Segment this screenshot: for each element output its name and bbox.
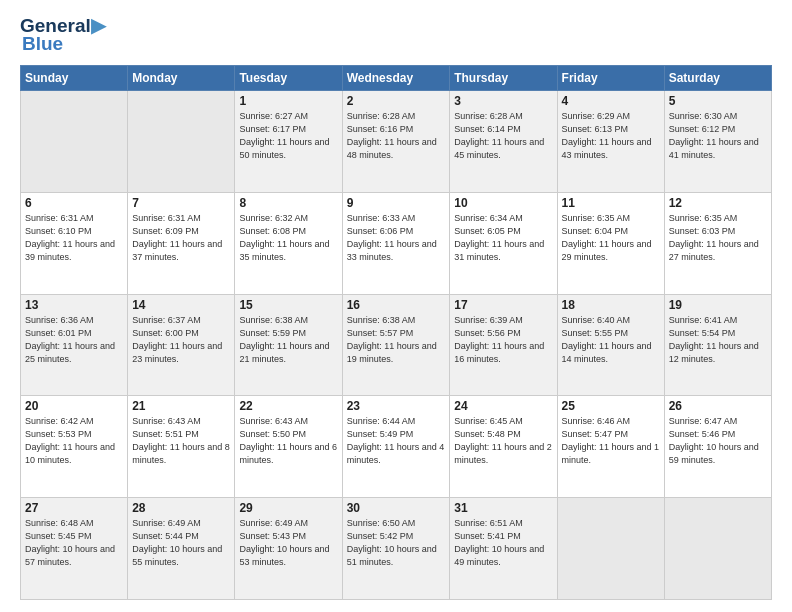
day-detail: Sunrise: 6:28 AM Sunset: 6:16 PM Dayligh…: [347, 110, 446, 162]
day-detail: Sunrise: 6:32 AM Sunset: 6:08 PM Dayligh…: [239, 212, 337, 264]
calendar-cell: [128, 90, 235, 192]
day-detail: Sunrise: 6:49 AM Sunset: 5:44 PM Dayligh…: [132, 517, 230, 569]
calendar-cell: 29Sunrise: 6:49 AM Sunset: 5:43 PM Dayli…: [235, 498, 342, 600]
day-detail: Sunrise: 6:30 AM Sunset: 6:12 PM Dayligh…: [669, 110, 767, 162]
day-number: 17: [454, 298, 552, 312]
day-number: 28: [132, 501, 230, 515]
calendar-cell: 3Sunrise: 6:28 AM Sunset: 6:14 PM Daylig…: [450, 90, 557, 192]
calendar-cell: 25Sunrise: 6:46 AM Sunset: 5:47 PM Dayli…: [557, 396, 664, 498]
day-number: 15: [239, 298, 337, 312]
day-number: 30: [347, 501, 446, 515]
day-number: 21: [132, 399, 230, 413]
day-detail: Sunrise: 6:38 AM Sunset: 5:57 PM Dayligh…: [347, 314, 446, 366]
day-detail: Sunrise: 6:31 AM Sunset: 6:09 PM Dayligh…: [132, 212, 230, 264]
day-number: 23: [347, 399, 446, 413]
calendar-week-row: 20Sunrise: 6:42 AM Sunset: 5:53 PM Dayli…: [21, 396, 772, 498]
day-number: 4: [562, 94, 660, 108]
day-number: 5: [669, 94, 767, 108]
calendar-cell: 20Sunrise: 6:42 AM Sunset: 5:53 PM Dayli…: [21, 396, 128, 498]
calendar-cell: 7Sunrise: 6:31 AM Sunset: 6:09 PM Daylig…: [128, 192, 235, 294]
calendar-cell: 5Sunrise: 6:30 AM Sunset: 6:12 PM Daylig…: [664, 90, 771, 192]
day-detail: Sunrise: 6:39 AM Sunset: 5:56 PM Dayligh…: [454, 314, 552, 366]
calendar-cell: 30Sunrise: 6:50 AM Sunset: 5:42 PM Dayli…: [342, 498, 450, 600]
calendar-table: SundayMondayTuesdayWednesdayThursdayFrid…: [20, 65, 772, 600]
weekday-header-friday: Friday: [557, 65, 664, 90]
day-detail: Sunrise: 6:36 AM Sunset: 6:01 PM Dayligh…: [25, 314, 123, 366]
day-number: 27: [25, 501, 123, 515]
calendar-cell: 15Sunrise: 6:38 AM Sunset: 5:59 PM Dayli…: [235, 294, 342, 396]
day-number: 1: [239, 94, 337, 108]
day-number: 7: [132, 196, 230, 210]
weekday-header-wednesday: Wednesday: [342, 65, 450, 90]
day-detail: Sunrise: 6:44 AM Sunset: 5:49 PM Dayligh…: [347, 415, 446, 467]
day-detail: Sunrise: 6:29 AM Sunset: 6:13 PM Dayligh…: [562, 110, 660, 162]
calendar-week-row: 1Sunrise: 6:27 AM Sunset: 6:17 PM Daylig…: [21, 90, 772, 192]
calendar-cell: 22Sunrise: 6:43 AM Sunset: 5:50 PM Dayli…: [235, 396, 342, 498]
calendar-cell: [664, 498, 771, 600]
calendar-week-row: 13Sunrise: 6:36 AM Sunset: 6:01 PM Dayli…: [21, 294, 772, 396]
weekday-header-monday: Monday: [128, 65, 235, 90]
weekday-header-sunday: Sunday: [21, 65, 128, 90]
calendar-cell: 17Sunrise: 6:39 AM Sunset: 5:56 PM Dayli…: [450, 294, 557, 396]
day-detail: Sunrise: 6:47 AM Sunset: 5:46 PM Dayligh…: [669, 415, 767, 467]
calendar-week-row: 6Sunrise: 6:31 AM Sunset: 6:10 PM Daylig…: [21, 192, 772, 294]
calendar-cell: 2Sunrise: 6:28 AM Sunset: 6:16 PM Daylig…: [342, 90, 450, 192]
day-detail: Sunrise: 6:42 AM Sunset: 5:53 PM Dayligh…: [25, 415, 123, 467]
calendar-cell: [21, 90, 128, 192]
day-number: 16: [347, 298, 446, 312]
calendar-cell: 11Sunrise: 6:35 AM Sunset: 6:04 PM Dayli…: [557, 192, 664, 294]
day-number: 9: [347, 196, 446, 210]
day-detail: Sunrise: 6:46 AM Sunset: 5:47 PM Dayligh…: [562, 415, 660, 467]
calendar-cell: 14Sunrise: 6:37 AM Sunset: 6:00 PM Dayli…: [128, 294, 235, 396]
day-detail: Sunrise: 6:41 AM Sunset: 5:54 PM Dayligh…: [669, 314, 767, 366]
calendar-cell: [557, 498, 664, 600]
calendar-cell: 26Sunrise: 6:47 AM Sunset: 5:46 PM Dayli…: [664, 396, 771, 498]
day-detail: Sunrise: 6:35 AM Sunset: 6:04 PM Dayligh…: [562, 212, 660, 264]
day-detail: Sunrise: 6:35 AM Sunset: 6:03 PM Dayligh…: [669, 212, 767, 264]
day-number: 31: [454, 501, 552, 515]
calendar-cell: 9Sunrise: 6:33 AM Sunset: 6:06 PM Daylig…: [342, 192, 450, 294]
day-number: 11: [562, 196, 660, 210]
day-detail: Sunrise: 6:28 AM Sunset: 6:14 PM Dayligh…: [454, 110, 552, 162]
day-number: 25: [562, 399, 660, 413]
day-detail: Sunrise: 6:49 AM Sunset: 5:43 PM Dayligh…: [239, 517, 337, 569]
day-detail: Sunrise: 6:51 AM Sunset: 5:41 PM Dayligh…: [454, 517, 552, 569]
calendar-cell: 13Sunrise: 6:36 AM Sunset: 6:01 PM Dayli…: [21, 294, 128, 396]
logo-blue: Blue: [22, 33, 63, 55]
calendar-cell: 27Sunrise: 6:48 AM Sunset: 5:45 PM Dayli…: [21, 498, 128, 600]
day-number: 2: [347, 94, 446, 108]
calendar-header-row: SundayMondayTuesdayWednesdayThursdayFrid…: [21, 65, 772, 90]
day-number: 10: [454, 196, 552, 210]
calendar-cell: 10Sunrise: 6:34 AM Sunset: 6:05 PM Dayli…: [450, 192, 557, 294]
day-detail: Sunrise: 6:48 AM Sunset: 5:45 PM Dayligh…: [25, 517, 123, 569]
day-number: 8: [239, 196, 337, 210]
day-number: 24: [454, 399, 552, 413]
day-number: 14: [132, 298, 230, 312]
calendar-cell: 8Sunrise: 6:32 AM Sunset: 6:08 PM Daylig…: [235, 192, 342, 294]
calendar-cell: 31Sunrise: 6:51 AM Sunset: 5:41 PM Dayli…: [450, 498, 557, 600]
day-detail: Sunrise: 6:33 AM Sunset: 6:06 PM Dayligh…: [347, 212, 446, 264]
day-number: 12: [669, 196, 767, 210]
day-detail: Sunrise: 6:37 AM Sunset: 6:00 PM Dayligh…: [132, 314, 230, 366]
calendar-cell: 4Sunrise: 6:29 AM Sunset: 6:13 PM Daylig…: [557, 90, 664, 192]
day-number: 19: [669, 298, 767, 312]
day-number: 13: [25, 298, 123, 312]
header: General▶ Blue: [20, 16, 772, 55]
day-number: 6: [25, 196, 123, 210]
day-detail: Sunrise: 6:43 AM Sunset: 5:51 PM Dayligh…: [132, 415, 230, 467]
calendar-cell: 24Sunrise: 6:45 AM Sunset: 5:48 PM Dayli…: [450, 396, 557, 498]
day-detail: Sunrise: 6:43 AM Sunset: 5:50 PM Dayligh…: [239, 415, 337, 467]
day-number: 29: [239, 501, 337, 515]
calendar-cell: 12Sunrise: 6:35 AM Sunset: 6:03 PM Dayli…: [664, 192, 771, 294]
calendar-cell: 1Sunrise: 6:27 AM Sunset: 6:17 PM Daylig…: [235, 90, 342, 192]
weekday-header-thursday: Thursday: [450, 65, 557, 90]
logo: General▶ Blue: [20, 16, 106, 55]
day-number: 26: [669, 399, 767, 413]
calendar-cell: 28Sunrise: 6:49 AM Sunset: 5:44 PM Dayli…: [128, 498, 235, 600]
day-detail: Sunrise: 6:45 AM Sunset: 5:48 PM Dayligh…: [454, 415, 552, 467]
weekday-header-tuesday: Tuesday: [235, 65, 342, 90]
day-detail: Sunrise: 6:31 AM Sunset: 6:10 PM Dayligh…: [25, 212, 123, 264]
day-number: 20: [25, 399, 123, 413]
calendar-week-row: 27Sunrise: 6:48 AM Sunset: 5:45 PM Dayli…: [21, 498, 772, 600]
calendar-cell: 18Sunrise: 6:40 AM Sunset: 5:55 PM Dayli…: [557, 294, 664, 396]
